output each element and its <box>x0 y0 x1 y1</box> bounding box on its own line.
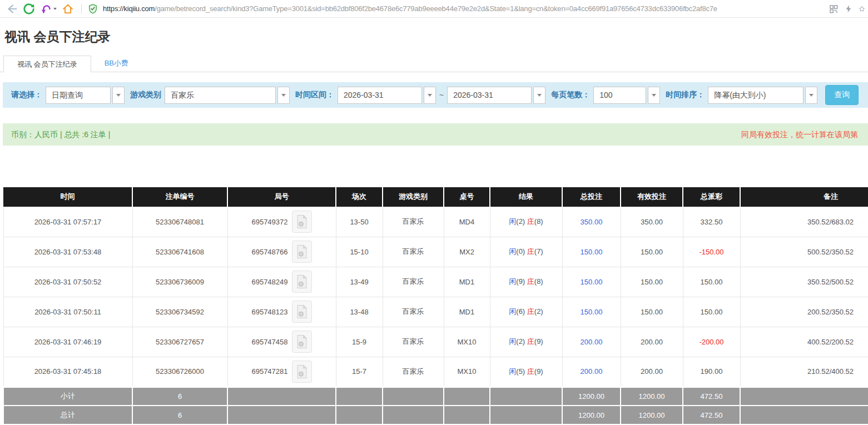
search-button[interactable]: 查询 <box>825 85 859 105</box>
table-row: 2026-03-31 07:50:52523306736009695748249… <box>3 267 868 297</box>
favorite-star-icon[interactable] <box>859 4 865 14</box>
valid-bet-cell: 150.00 <box>621 267 683 297</box>
page-size-value[interactable]: 100 <box>593 87 646 104</box>
payout-cell: 150.00 <box>683 297 740 327</box>
date-from-value[interactable]: 2026-03-31 <box>338 87 422 104</box>
bet-id-cell: 523306727657 <box>132 327 227 357</box>
game-type-combobox[interactable]: 百家乐 <box>165 87 290 104</box>
tab-bar: 视讯 会员下注纪录 BB小费 <box>0 55 868 72</box>
round-cell: 695748249 <box>227 267 336 297</box>
tab-bet-records[interactable]: 视讯 会员下注纪录 <box>3 56 91 72</box>
valid-bet-notice-text: 同局有效投注，统一计算在该局第 <box>741 123 858 146</box>
video-replay-button[interactable] <box>292 331 312 353</box>
refresh-icon[interactable] <box>23 3 35 15</box>
round-number: 695748123 <box>251 308 287 316</box>
sort-order-value[interactable]: 降幂(由大到小) <box>708 87 803 104</box>
total-bet-link[interactable]: 200.00 <box>581 338 603 346</box>
subtotal-round-cell <box>227 387 336 406</box>
chevron-down-icon <box>809 94 814 97</box>
total-bet-link[interactable]: 150.00 <box>581 308 603 316</box>
bet-id-cell: 523306741608 <box>132 237 227 267</box>
video-replay-icon <box>296 214 307 229</box>
column-header-11: 备注 <box>740 187 868 207</box>
video-replay-icon <box>296 244 307 259</box>
records-table: 时间注单编号局号场次游戏类别桌号结果总投注有效投注总派彩备注 2026-03-3… <box>3 187 868 425</box>
subtotal-total-bet-cell: 1200.00 <box>562 387 621 406</box>
sort-order-dropdown-button[interactable] <box>805 87 817 104</box>
video-replay-icon <box>296 274 307 289</box>
subtotal-game-cell <box>383 387 444 406</box>
note-cell: 350.52/683.02 <box>740 207 868 237</box>
sort-order-combobox[interactable]: 降幂(由大到小) <box>708 87 817 104</box>
result-player-count: (9) <box>516 277 525 286</box>
lightning-icon[interactable] <box>844 4 853 14</box>
time-cell: 2026-03-31 07:50:52 <box>3 267 132 297</box>
total-bet-link[interactable]: 350.00 <box>581 218 603 226</box>
result-player-count: (6) <box>516 307 525 316</box>
payout-cell: 150.00 <box>683 267 740 297</box>
result-player: 闲 <box>509 307 516 316</box>
result-player-count: (2) <box>516 217 525 226</box>
tab-bet-records-label: 视讯 会员下注纪录 <box>17 60 77 68</box>
result-banker: 庄 <box>527 307 534 316</box>
total-bet-link[interactable]: 200.00 <box>581 367 603 376</box>
query-type-combobox[interactable]: 日期查询 <box>46 87 125 104</box>
query-type-value[interactable]: 日期查询 <box>46 87 111 104</box>
tab-bb-tip[interactable]: BB小费 <box>91 55 142 72</box>
browser-toolbar: https://kiqiiu.com/game/betrecord_search… <box>0 0 868 18</box>
game-type-cell: 百家乐 <box>383 267 444 297</box>
round-cell: 695748123 <box>227 297 336 327</box>
sort-order-label: 时间排序： <box>666 90 705 100</box>
time-cell: 2026-03-31 07:46:19 <box>3 327 132 357</box>
qr-code-icon[interactable] <box>829 4 839 14</box>
total-bet-link[interactable]: 150.00 <box>581 248 603 256</box>
table-row: 2026-03-31 07:53:48523306741608695748766… <box>3 237 868 267</box>
column-header-9: 有效投注 <box>621 187 683 207</box>
session-cell: 13-48 <box>336 297 383 327</box>
date-from-dropdown-button[interactable] <box>424 87 436 104</box>
subtotal-count-cell: 6 <box>132 387 227 406</box>
column-header-2: 注单编号 <box>132 187 227 207</box>
page-size-dropdown-button[interactable] <box>648 87 660 104</box>
column-header-7: 结果 <box>490 187 562 207</box>
total-label-cell: 总计 <box>3 406 132 424</box>
total-bet-link[interactable]: 150.00 <box>581 278 603 286</box>
subtotal-table-cell <box>444 387 490 406</box>
back-icon[interactable] <box>6 3 18 15</box>
chevron-down-icon <box>537 94 542 97</box>
date-to-picker[interactable]: 2026-03-31 <box>447 87 545 104</box>
round-number: 695748766 <box>251 248 287 256</box>
home-icon[interactable] <box>62 3 74 15</box>
url-origin: https://kiqiiu.com <box>103 4 155 13</box>
result-player: 闲 <box>509 367 516 376</box>
valid-bet-cell: 200.00 <box>621 357 683 387</box>
result-banker: 庄 <box>527 247 534 256</box>
video-replay-button[interactable] <box>292 241 312 263</box>
video-replay-button[interactable] <box>292 271 312 293</box>
video-replay-button[interactable] <box>292 361 312 383</box>
date-to-value[interactable]: 2026-03-31 <box>447 87 532 104</box>
date-to-dropdown-button[interactable] <box>533 87 545 104</box>
video-replay-button[interactable] <box>292 211 312 233</box>
undo-dropdown[interactable] <box>40 3 57 15</box>
video-replay-button[interactable] <box>292 301 312 323</box>
total-valid-bet-cell: 1200.00 <box>621 406 683 424</box>
page-size-combobox[interactable]: 100 <box>593 87 660 104</box>
note-cell: 400.52/200.52 <box>740 327 868 357</box>
undo-icon[interactable] <box>40 3 52 15</box>
game-type-value[interactable]: 百家乐 <box>165 87 276 104</box>
query-type-dropdown-button[interactable] <box>112 87 125 104</box>
table-number-cell: MD1 <box>444 297 490 327</box>
game-type-cell: 百家乐 <box>383 357 444 387</box>
session-cell: 15-10 <box>336 237 383 267</box>
chevron-down-icon <box>116 94 121 97</box>
url-text[interactable]: https://kiqiiu.com/game/betrecord_search… <box>103 4 717 13</box>
time-range-label: 时间区间： <box>295 90 334 100</box>
subtotal-payout-cell: 472.50 <box>683 387 740 406</box>
security-shield-icon[interactable] <box>87 3 98 15</box>
game-type-dropdown-button[interactable] <box>277 87 290 104</box>
date-from-picker[interactable]: 2026-03-31 <box>338 87 436 104</box>
payout-cell: 332.50 <box>683 207 740 237</box>
address-bar[interactable]: https://kiqiiu.com/game/betrecord_search… <box>87 3 819 15</box>
result-player: 闲 <box>509 247 516 256</box>
